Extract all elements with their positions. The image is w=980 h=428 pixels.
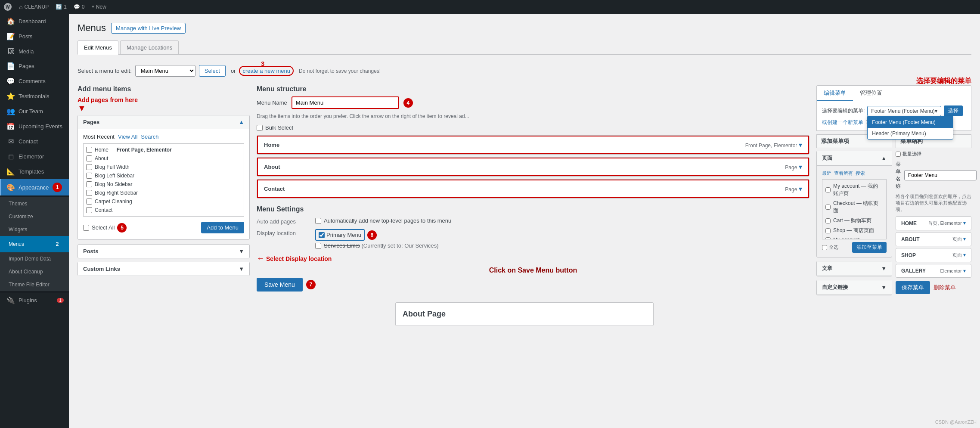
- menu-item-contact-chevron[interactable]: ▾: [799, 185, 802, 193]
- num-6-badge: 6: [367, 230, 377, 240]
- pages-section-header[interactable]: Pages ▲: [78, 115, 249, 129]
- zh-item-gallery-chevron[interactable]: ▾: [963, 268, 966, 274]
- admin-bar: W ⌂ CLEANUP 🔄 1 💬 0 + New: [0, 0, 980, 14]
- zh-select-all-checkbox[interactable]: [822, 245, 827, 250]
- custom-links-header[interactable]: Custom Links ▼: [78, 262, 249, 276]
- sidebar-item-about-cleanup[interactable]: About Cleanup: [0, 265, 69, 278]
- sidebar-item-upcoming-events[interactable]: 📅 Upcoming Events: [0, 119, 69, 134]
- menu-name-input[interactable]: [292, 96, 399, 109]
- primary-menu-checkbox[interactable]: [319, 232, 325, 238]
- sidebar-item-contact[interactable]: ✉ Contact: [0, 134, 69, 149]
- site-name[interactable]: ⌂ CLEANUP: [19, 3, 49, 10]
- sidebar-item-pages[interactable]: 📄 Pages: [0, 59, 69, 74]
- zh-page-cb-4[interactable]: [825, 237, 831, 239]
- page-checkbox-0[interactable]: [86, 147, 92, 153]
- live-preview-button[interactable]: Manage with Live Preview: [111, 23, 186, 34]
- zh-custom-links-section: 自定义链接 ▼: [816, 280, 892, 295]
- zh-option-footer[interactable]: Footer Menu (Footer Menu): [868, 117, 953, 128]
- zh-page-cb-2[interactable]: [825, 218, 831, 223]
- menu-item-home-chevron[interactable]: ▾: [799, 141, 802, 149]
- page-checkbox-6[interactable]: [86, 198, 92, 205]
- posts-section-header[interactable]: Posts ▼: [78, 245, 249, 258]
- zh-delete-button[interactable]: 删除菜单: [933, 281, 956, 294]
- zh-pages-header[interactable]: 页面 ▲: [817, 151, 892, 166]
- page-checkbox-3[interactable]: [86, 173, 92, 179]
- sidebar-item-posts[interactable]: 📝 Posts: [0, 29, 69, 44]
- zh-item-shop-chevron[interactable]: ▾: [963, 252, 966, 258]
- sidebar-item-menus[interactable]: Menus 2: [0, 236, 69, 252]
- pages-tab-most-recent[interactable]: Most Recent: [83, 133, 115, 140]
- zh-option-header[interactable]: Header (Primary Menu): [868, 128, 953, 139]
- right-tab-edit[interactable]: 编辑菜单: [817, 86, 853, 101]
- create-new-menu-link[interactable]: create a new menu: [242, 68, 290, 74]
- zh-tab-search[interactable]: 搜索: [856, 170, 865, 177]
- sidebar-item-themes[interactable]: Themes: [0, 197, 69, 210]
- page-item-1: About: [95, 155, 108, 161]
- sidebar-item-comments[interactable]: 💬 Comments: [0, 74, 69, 89]
- media-icon: 🖼: [6, 47, 15, 55]
- pages-tab-view-all[interactable]: View All: [118, 133, 137, 140]
- page-checkbox-4[interactable]: [86, 181, 92, 187]
- zh-articles-header[interactable]: 文章 ▼: [817, 261, 892, 276]
- menu-item-about: About Page ▾: [257, 157, 809, 177]
- list-item: Blog Right Sidebar: [85, 189, 242, 197]
- add-to-menu-button[interactable]: Add to Menu: [201, 222, 244, 233]
- page-item-5: Blog Right Sidebar: [95, 190, 138, 196]
- pages-tabs: Most Recent View All Search: [83, 133, 244, 140]
- page-checkbox-7[interactable]: [86, 207, 92, 213]
- sidebar-item-plugins[interactable]: 🔌 Plugins 1: [0, 293, 69, 308]
- sidebar-item-widgets[interactable]: Widgets: [0, 223, 69, 236]
- zh-batch-checkbox[interactable]: [896, 152, 901, 157]
- zh-tab-all[interactable]: 查看所有: [834, 170, 853, 177]
- zh-item-about-chevron[interactable]: ▾: [963, 236, 966, 242]
- zh-add-items-col: 添加菜单项 页面 ▲ 最近 查看所有 搜索: [816, 134, 892, 299]
- zh-dropdown-button[interactable]: Footer Menu (Footer Menu) ▾: [867, 106, 941, 116]
- sidebar-item-templates[interactable]: 📐 Templates: [0, 164, 69, 179]
- comments-btn[interactable]: 💬 0: [74, 4, 85, 10]
- bulk-select-checkbox[interactable]: [257, 125, 263, 131]
- sidebar-item-media[interactable]: 🖼 Media: [0, 44, 69, 59]
- page-checkbox-2[interactable]: [86, 164, 92, 170]
- zh-page-cb-0[interactable]: [825, 187, 831, 192]
- tab-manage-locations[interactable]: Manage Locations: [120, 40, 179, 54]
- zh-item-home-chevron[interactable]: ▾: [963, 220, 966, 226]
- zh-custom-links-title: 自定义链接: [822, 284, 848, 291]
- sidebar-item-customize[interactable]: Customize: [0, 210, 69, 223]
- sidebar-item-theme-file-editor[interactable]: Theme File Editor: [0, 278, 69, 291]
- custom-links-title: Custom Links: [83, 266, 120, 272]
- zh-tab-recent[interactable]: 最近: [822, 170, 831, 177]
- zh-custom-links-header[interactable]: 自定义链接 ▼: [817, 280, 892, 295]
- menu-item-about-title: About: [264, 164, 280, 170]
- page-checkbox-1[interactable]: [86, 155, 92, 161]
- right-tab-manage[interactable]: 管理位置: [853, 86, 889, 101]
- services-menu-checkbox[interactable]: [315, 243, 321, 249]
- sidebar-item-dashboard[interactable]: 🏠 Dashboard: [0, 14, 69, 29]
- list-item: Carpet Cleaning: [85, 197, 242, 206]
- zh-menu-item-gallery-header: GALLERY Elementor ▾: [896, 264, 971, 277]
- new-btn[interactable]: + New: [92, 4, 106, 10]
- sidebar-item-appearance[interactable]: 🎨 Appearance 1: [0, 179, 69, 195]
- sidebar-item-our-team[interactable]: 👥 Our Team: [0, 104, 69, 119]
- pages-tab-search[interactable]: Search: [141, 133, 158, 140]
- save-menu-button[interactable]: Save Menu: [257, 278, 303, 292]
- page-checkbox-5[interactable]: [86, 190, 92, 196]
- zh-page-cb-3[interactable]: [825, 228, 831, 233]
- sidebar-item-elementor[interactable]: ◻ Elementor: [0, 149, 69, 164]
- zh-create-link[interactable]: 或创建一个新菜单: [822, 119, 863, 126]
- menu-select-dropdown[interactable]: Main Menu Footer Menu Header Menu: [135, 65, 195, 77]
- sidebar-item-testimonials[interactable]: ⭐ Testimonials: [0, 89, 69, 104]
- zh-page-cb-1[interactable]: [825, 205, 831, 210]
- zh-select-button[interactable]: 选择: [944, 105, 963, 116]
- sidebar-item-import-demo[interactable]: Import Demo Data: [0, 252, 69, 265]
- menu-item-about-chevron[interactable]: ▾: [799, 163, 802, 171]
- tab-edit-menus[interactable]: Edit Menus: [78, 40, 118, 55]
- zh-save-button[interactable]: 保存菜单: [896, 281, 930, 294]
- select-all-checkbox[interactable]: [83, 225, 89, 231]
- updates-btn[interactable]: 🔄 1: [56, 4, 67, 10]
- zh-menu-name-input[interactable]: [904, 170, 977, 180]
- select-menu-button[interactable]: Select: [199, 65, 226, 77]
- zh-add-to-menu-btn[interactable]: 添加至菜单: [852, 242, 887, 253]
- auto-add-checkbox[interactable]: [315, 218, 321, 224]
- wp-logo-btn[interactable]: W: [3, 3, 12, 11]
- zh-menu-item-shop: SHOP 页面 ▾: [896, 248, 971, 262]
